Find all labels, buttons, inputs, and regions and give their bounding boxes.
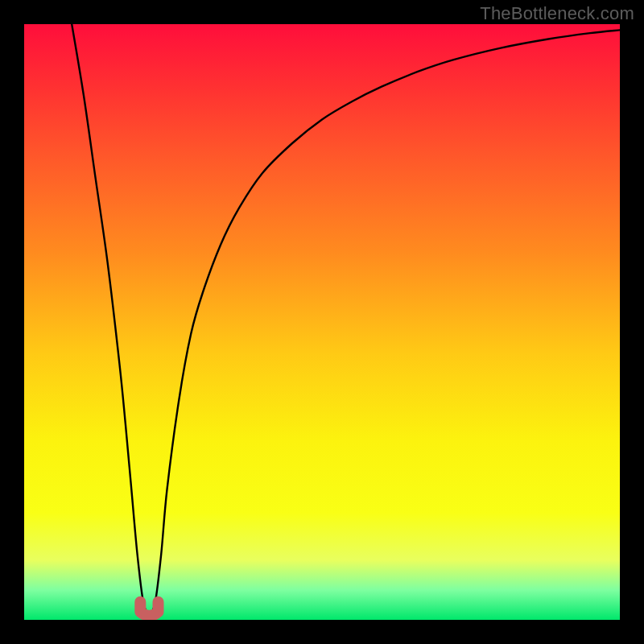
bottleneck-curve bbox=[72, 24, 620, 614]
chart-frame: TheBottleneck.com bbox=[0, 0, 644, 644]
watermark-text: TheBottleneck.com bbox=[480, 3, 634, 24]
curve-overlay bbox=[24, 24, 620, 620]
optimum-marker bbox=[140, 602, 158, 616]
plot-area bbox=[24, 24, 620, 620]
